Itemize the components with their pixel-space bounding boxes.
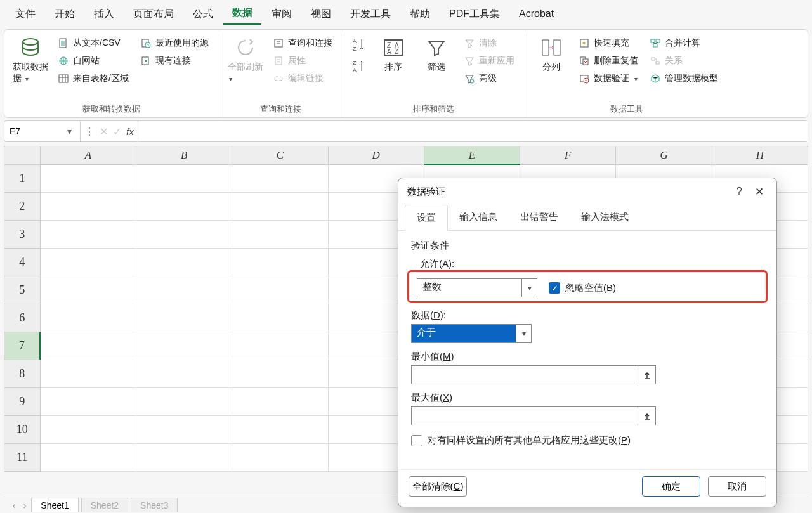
cell[interactable] (136, 276, 232, 304)
cell[interactable] (232, 304, 328, 332)
sheet-tab[interactable]: Sheet2 (81, 498, 128, 512)
tab-home[interactable]: 开始 (46, 4, 84, 25)
dialog-help-button[interactable]: ? (728, 185, 751, 198)
tab-acrobat[interactable]: Acrobat (510, 4, 563, 23)
ignore-blank-checkbox[interactable]: ✓ 忽略空值(B) (549, 282, 616, 294)
cell[interactable] (232, 332, 328, 360)
cell[interactable] (136, 332, 232, 360)
sort-button[interactable]: ZAAZ 排序 (375, 34, 412, 73)
col-header-H[interactable]: H (712, 146, 808, 165)
dialog-close-button[interactable]: ✕ (751, 185, 768, 198)
data-model-button[interactable]: 管理数据模型 (647, 72, 721, 86)
from-table-range-button[interactable]: 来自表格/区域 (55, 72, 131, 86)
cell[interactable] (136, 249, 232, 276)
formula-cancel-icon[interactable]: ✕ (100, 126, 108, 138)
advanced-filter-button[interactable]: 高级 (461, 72, 517, 86)
consolidate-button[interactable]: 合并计算 (647, 36, 721, 50)
col-header-F[interactable]: F (520, 146, 616, 165)
cell[interactable] (41, 332, 136, 360)
name-box[interactable]: E7 ▾ (4, 121, 81, 141)
cell[interactable] (232, 165, 328, 193)
range-picker-icon[interactable] (638, 366, 655, 384)
tab-view[interactable]: 视图 (302, 4, 340, 25)
cell[interactable] (232, 444, 328, 472)
cell[interactable] (136, 221, 232, 249)
text-to-columns-button[interactable]: 分列 (533, 34, 570, 73)
formula-more-icon[interactable]: ⋮ (84, 126, 95, 138)
row-header[interactable]: 6 (4, 304, 41, 332)
tab-formulas[interactable]: 公式 (184, 4, 222, 25)
cell[interactable] (232, 388, 328, 416)
tab-developer[interactable]: 开发工具 (341, 4, 400, 25)
existing-connections-button[interactable]: 现有连接 (138, 54, 211, 68)
cell[interactable] (232, 416, 328, 444)
formula-enter-icon[interactable]: ✓ (113, 126, 121, 138)
cell[interactable] (232, 193, 328, 221)
col-header-B[interactable]: B (136, 146, 232, 165)
cell[interactable] (232, 276, 328, 304)
row-header[interactable]: 7 (4, 332, 41, 360)
col-header-A[interactable]: A (41, 146, 136, 165)
cell[interactable] (136, 360, 232, 388)
apply-all-checkbox[interactable]: 对有同样设置的所有其他单元格应用这些更改(P) (411, 434, 764, 446)
sort-asc-icon[interactable]: AZ (351, 36, 369, 54)
sheet-nav-prev[interactable]: ‹ (10, 500, 18, 510)
sheet-nav-next[interactable]: › (21, 500, 29, 510)
cell[interactable] (136, 444, 232, 472)
tab-help[interactable]: 帮助 (401, 4, 439, 25)
min-input[interactable] (412, 366, 638, 384)
recent-sources-button[interactable]: 最近使用的源 (138, 36, 211, 50)
row-header[interactable]: 9 (4, 388, 41, 416)
tab-pdftools[interactable]: PDF工具集 (440, 4, 509, 25)
cell[interactable] (232, 360, 328, 388)
allow-combobox[interactable]: 整数 ▾ (417, 278, 537, 297)
refresh-all-button[interactable]: 全部刷新▾ (227, 34, 264, 83)
row-header[interactable]: 4 (4, 249, 41, 276)
sort-desc-icon[interactable]: ZA (351, 58, 369, 75)
cell[interactable] (41, 388, 136, 416)
chevron-down-icon[interactable]: ▾ (521, 279, 537, 297)
dialog-tab-error-alert[interactable]: 出错警告 (509, 205, 570, 230)
cell[interactable] (41, 276, 136, 304)
fx-icon[interactable]: fx (126, 126, 134, 137)
formula-input[interactable] (138, 121, 808, 141)
row-header[interactable]: 11 (4, 444, 41, 472)
cell[interactable] (136, 165, 232, 193)
clear-all-button[interactable]: 全部清除(C) (409, 476, 467, 497)
name-box-dropdown[interactable]: ▾ (63, 126, 75, 136)
tab-review[interactable]: 审阅 (263, 4, 301, 25)
row-header[interactable]: 10 (4, 416, 41, 444)
cell[interactable] (136, 416, 232, 444)
tab-file[interactable]: 文件 (6, 4, 44, 25)
queries-connections-button[interactable]: 查询和连接 (270, 36, 335, 50)
cell[interactable] (41, 416, 136, 444)
max-input[interactable] (412, 407, 638, 425)
from-web-button[interactable]: 自网站 (55, 54, 131, 68)
col-header-E[interactable]: E (424, 146, 520, 165)
col-header-G[interactable]: G (616, 146, 712, 165)
filter-button[interactable]: 筛选 (418, 34, 455, 73)
cell[interactable] (232, 249, 328, 276)
sheet-tab[interactable]: Sheet3 (131, 498, 178, 512)
row-header[interactable]: 5 (4, 276, 41, 304)
data-validation-button[interactable]: 数据验证▾ (576, 72, 641, 86)
col-header-D[interactable]: D (329, 146, 424, 165)
cell[interactable] (41, 221, 136, 249)
from-text-csv-button[interactable]: 从文本/CSV (55, 36, 131, 50)
tab-data[interactable]: 数据 (223, 3, 261, 25)
cell[interactable] (41, 249, 136, 276)
tab-insert[interactable]: 插入 (85, 4, 123, 25)
get-data-button[interactable]: 获取数据据 ▾ (12, 34, 49, 84)
cell[interactable] (41, 444, 136, 472)
remove-duplicates-button[interactable]: 删除重复值 (576, 54, 641, 68)
row-header[interactable]: 3 (4, 221, 41, 249)
ok-button[interactable]: 确定 (642, 476, 700, 497)
dialog-tab-input-message[interactable]: 输入信息 (448, 205, 509, 230)
chevron-down-icon[interactable]: ▾ (516, 325, 531, 342)
cell[interactable] (41, 304, 136, 332)
cell[interactable] (41, 165, 136, 193)
select-all-corner[interactable] (4, 146, 41, 165)
data-combobox[interactable]: 介于 ▾ (411, 324, 532, 343)
dialog-tab-ime-mode[interactable]: 输入法模式 (570, 205, 640, 230)
cell[interactable] (136, 304, 232, 332)
